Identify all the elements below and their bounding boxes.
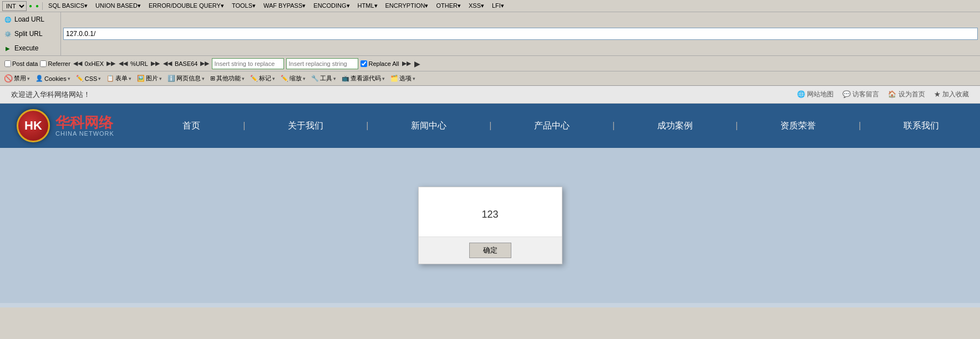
modal-overlay: 123 确定 [0, 148, 980, 303]
nav-sep1: | [243, 121, 245, 131]
nav-sep2: | [366, 121, 368, 131]
base64-arrow-left[interactable]: ◀◀ [163, 60, 172, 67]
url-arrow-left[interactable]: ◀◀ [118, 60, 128, 67]
menu-encoding[interactable]: ENCODING▾ [310, 1, 353, 11]
execute-label: Execute [14, 44, 38, 52]
base64-label: BASE64 [175, 60, 198, 67]
site-body: 123 确定 [0, 148, 980, 303]
tool-image[interactable]: 🖼️ 图片▾ [135, 74, 164, 83]
nav-sep6: | [859, 121, 861, 131]
page-info-arrow: ▾ [202, 76, 205, 81]
tool-mark[interactable]: ✏️ 标记▾ [248, 74, 277, 83]
split-url-label: Split URL [14, 30, 43, 38]
post-data-label: Post data [12, 60, 38, 67]
viewsource-label: 查看源代码 [351, 74, 381, 83]
tools-label: 工具 [320, 74, 332, 83]
form-arrow: ▾ [129, 76, 131, 81]
css-arrow: ▾ [98, 76, 101, 81]
tool-cookies[interactable]: 👤 Cookies▾ [34, 74, 72, 83]
nav-news[interactable]: 新闻中心 [405, 120, 452, 132]
hex-arrow-right[interactable]: ▶▶ [106, 60, 116, 67]
guestbook-link[interactable]: 💬 访客留言 [842, 90, 879, 99]
sidebar: 🌐 Load URL ⚙️ Split URL ▶ Execute [0, 12, 61, 55]
viewsource-icon: 📺 [342, 75, 349, 82]
css-icon: ✏️ [76, 75, 84, 82]
referrer-group: Referrer [40, 60, 70, 67]
post-data-checkbox[interactable] [4, 60, 11, 67]
other-label: 其他功能 [216, 74, 241, 83]
menu-error-double[interactable]: ERROR/DOUBLE QUERY▾ [145, 1, 227, 11]
site-map-link[interactable]: 🌐 网站地图 [797, 90, 834, 99]
menu-lfi[interactable]: LFI▾ [489, 1, 507, 11]
int-select[interactable]: INT [2, 1, 27, 11]
sidebar-item-load-url[interactable]: 🌐 Load URL [0, 12, 60, 27]
menu-other[interactable]: OTHER▾ [433, 1, 464, 11]
image-label: 图片 [146, 74, 158, 83]
url-arrow-right[interactable]: ▶▶ [150, 60, 160, 67]
nav-quals[interactable]: 资质荣誉 [775, 120, 821, 132]
nav-contact[interactable]: 联系我们 [898, 120, 945, 132]
tool-form[interactable]: 📋 表单▾ [105, 74, 133, 83]
menu-sql-basics[interactable]: SQL BASICS▾ [45, 1, 91, 11]
viewsource-arrow: ▾ [382, 76, 385, 81]
menu-waf[interactable]: WAF BYPASS▾ [260, 1, 309, 11]
replace-arrow-right2[interactable]: ▶ [414, 59, 421, 68]
toolbar-row: 🌐 Load URL ⚙️ Split URL ▶ Execute [0, 12, 980, 56]
site-topbar: 欢迎进入华科网络网站！ 🌐 网站地图 💬 访客留言 🏠 设为首页 ★ 加入收藏 [0, 86, 980, 104]
other-arrow: ▾ [242, 76, 245, 81]
nav-about[interactable]: 关于我们 [282, 120, 329, 132]
nav-home[interactable]: 首页 [177, 120, 206, 132]
web-content: 欢迎进入华科网络网站！ 🌐 网站地图 💬 访客留言 🏠 设为首页 ★ 加入收藏 … [0, 86, 980, 307]
tool-page-info[interactable]: ℹ️ 网页信息▾ [166, 74, 206, 83]
nav-products[interactable]: 产品中心 [529, 120, 575, 132]
sidebar-item-execute[interactable]: ▶ Execute [0, 41, 60, 55]
hex-arrow-left[interactable]: ◀◀ [73, 60, 83, 67]
menu-tools[interactable]: TOOLS▾ [229, 1, 259, 11]
image-icon: 🖼️ [137, 75, 145, 82]
referrer-label: Referrer [48, 60, 70, 67]
zoom-arrow: ▾ [303, 76, 306, 81]
hex-label: 0xHEX [85, 60, 104, 67]
str-replace-input[interactable] [212, 58, 284, 69]
modal-ok-button[interactable]: 确定 [469, 243, 511, 258]
site-header: HK 华科网络 CHINA NETWORK 首页 | 关于我们 | 新闻中心 |… [0, 104, 980, 148]
menu-union-based[interactable]: UNION BASED▾ [92, 1, 144, 11]
logo-en: CHINA NETWORK [55, 130, 114, 137]
url-input[interactable] [63, 28, 978, 40]
cookies-label: Cookies [44, 75, 67, 82]
menu-xss[interactable]: XSS▾ [465, 1, 488, 11]
tools-bar: 🚫 禁用▾ 👤 Cookies▾ ✏️ CSS▾ 📋 表单▾ 🖼️ 图片▾ ℹ️… [0, 71, 980, 86]
logo-circle: HK [17, 109, 50, 142]
menu-sep [42, 2, 43, 10]
tool-css[interactable]: ✏️ CSS▾ [74, 74, 103, 83]
options-icon: 🗂️ [390, 75, 398, 82]
options-arrow: ▾ [413, 76, 415, 81]
tool-viewsource[interactable]: 📺 查看源代码▾ [340, 74, 387, 83]
options-label: 选项 [399, 74, 412, 83]
add-favorites-link[interactable]: ★ 加入收藏 [934, 90, 969, 99]
tool-other[interactable]: ⊞ 其他功能▾ [209, 74, 246, 83]
base64-arrow-right[interactable]: ▶▶ [200, 60, 210, 67]
tool-tools[interactable]: 🔧 工具▾ [309, 74, 338, 83]
encoding-bar: Post data Referrer ◀◀ 0xHEX ▶▶ ◀◀ %URL ▶… [0, 56, 980, 71]
replace-arrow-right[interactable]: ▶▶ [402, 60, 412, 67]
logo-cn: 华科网络 [55, 115, 114, 131]
menu-html[interactable]: HTML▾ [354, 1, 381, 11]
replace-all-checkbox[interactable] [360, 60, 367, 67]
tool-zoom[interactable]: ✏️ 缩放▾ [279, 74, 307, 83]
mark-icon: ✏️ [250, 75, 258, 82]
sidebar-item-split-url[interactable]: ⚙️ Split URL [0, 27, 60, 41]
tool-disable[interactable]: 🚫 禁用▾ [2, 74, 32, 83]
menu-encryption[interactable]: ENCRYPTION▾ [382, 1, 432, 11]
nav-cases[interactable]: 成功案例 [652, 120, 698, 132]
referrer-checkbox[interactable] [40, 60, 47, 67]
url-area [61, 12, 980, 55]
modal-content: 123 [419, 187, 562, 237]
nav-sep4: | [612, 121, 615, 131]
page-info-label: 网页信息 [176, 74, 201, 83]
split-url-icon: ⚙️ [3, 29, 12, 38]
tool-options[interactable]: 🗂️ 选项▾ [389, 74, 417, 83]
set-homepage-link[interactable]: 🏠 设为首页 [888, 90, 925, 99]
modal-box: 123 确定 [418, 187, 562, 264]
str-replacing-input[interactable] [286, 58, 358, 69]
